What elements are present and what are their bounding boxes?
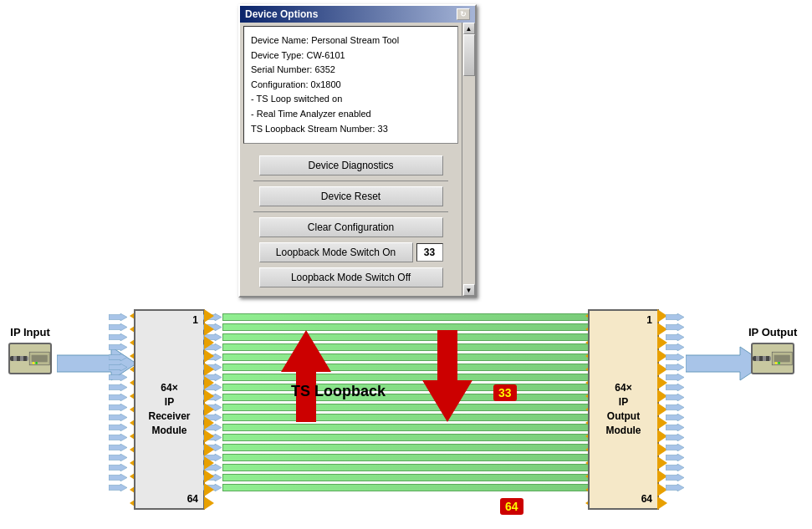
stream-line-15 — [222, 454, 589, 461]
svg-marker-80 — [109, 454, 127, 461]
svg-rect-62 — [775, 362, 777, 364]
receiver-bottom-number: 64 — [187, 493, 198, 505]
svg-marker-78 — [109, 434, 127, 441]
scroll-down-button[interactable]: ▼ — [463, 284, 475, 296]
svg-marker-51 — [666, 414, 684, 421]
svg-marker-82 — [109, 474, 127, 481]
output-top-number: 1 — [646, 314, 652, 326]
svg-marker-49 — [666, 394, 684, 401]
device-reset-button[interactable]: Device Reset — [259, 186, 443, 206]
clear-configuration-button[interactable]: Clear Configuration — [259, 217, 443, 237]
titlebar-buttons: ↻ — [457, 8, 470, 20]
svg-rect-1 — [31, 355, 47, 362]
scroll-up-button[interactable]: ▲ — [463, 23, 475, 34]
stream-line-17 — [222, 474, 589, 481]
dialog-body: Device Diagnostics Device Reset Clear Co… — [240, 147, 462, 296]
svg-marker-50 — [666, 404, 684, 411]
receiver-module-label: 64× IP Receiver Module — [148, 381, 190, 437]
receiver-top-number: 1 — [192, 314, 198, 326]
svg-marker-54 — [666, 444, 684, 451]
separator-2 — [253, 211, 448, 212]
svg-marker-71 — [109, 364, 127, 371]
svg-marker-75 — [109, 404, 127, 411]
badge-64: 64 — [500, 498, 523, 515]
svg-rect-61 — [774, 355, 789, 362]
svg-marker-81 — [109, 464, 127, 471]
loopback-up-arrow — [281, 330, 331, 425]
loopback-number-display: 33 — [416, 243, 443, 262]
scrollbar[interactable]: ▲ ▼ — [462, 23, 475, 296]
ip-input-icon — [8, 343, 52, 374]
sawtooth-receiver-right — [204, 309, 214, 510]
refresh-button[interactable]: ↻ — [457, 8, 470, 20]
svg-marker-43 — [666, 333, 684, 341]
device-options-dialog: Device Options ↻ Device Name: Personal S… — [238, 4, 477, 298]
svg-marker-74 — [109, 394, 127, 401]
stream-line-18 — [222, 484, 589, 491]
device-name-line: Device Name: Personal Stream Tool — [251, 33, 441, 48]
output-module: 1 64× IP Output Module 64 — [588, 309, 659, 510]
svg-marker-66 — [109, 313, 127, 321]
device-info-box: Device Name: Personal Stream Tool Device… — [243, 26, 458, 144]
ip-output-section: IP Output — [748, 326, 797, 374]
loopback-off-button[interactable]: Loopback Mode Switch Off — [259, 267, 443, 287]
svg-marker-76 — [109, 414, 127, 421]
stream-line-11 — [222, 414, 589, 421]
dialog-titlebar: Device Options ↻ — [240, 6, 475, 23]
output-right-ports — [666, 313, 684, 491]
svg-marker-68 — [109, 333, 127, 341]
stream-lines-container — [222, 313, 589, 491]
svg-rect-63 — [778, 362, 779, 364]
dialog-title: Device Options — [245, 8, 318, 20]
rta-line: - Real Time Analyzer enabled — [251, 107, 441, 122]
svg-marker-42 — [666, 323, 684, 331]
separator-1 — [253, 181, 448, 181]
svg-marker-77 — [109, 424, 127, 431]
output-module-label: 64× IP Output Module — [606, 381, 641, 437]
svg-marker-67 — [109, 323, 127, 331]
svg-rect-3 — [35, 362, 37, 364]
stream-line-4 — [222, 343, 589, 351]
svg-marker-45 — [666, 354, 684, 361]
svg-marker-41 — [666, 313, 684, 321]
svg-marker-53 — [666, 434, 684, 441]
loopback-on-button[interactable]: Loopback Mode Switch On — [259, 242, 413, 262]
serial-number-line: Serial Number: 6352 — [251, 63, 441, 78]
ts-loop-line: - TS Loop switched on — [251, 92, 441, 107]
svg-marker-55 — [666, 454, 684, 461]
svg-marker-69 — [109, 343, 127, 351]
scroll-thumb[interactable] — [463, 34, 475, 76]
stream-line-9 — [222, 394, 589, 401]
stream-line-13 — [222, 434, 589, 441]
svg-rect-2 — [32, 362, 33, 364]
stream-line-5 — [222, 354, 589, 361]
svg-marker-56 — [666, 464, 684, 471]
device-diagnostics-button[interactable]: Device Diagnostics — [259, 155, 443, 175]
svg-marker-58 — [666, 484, 684, 491]
ip-input-label: IP Input — [10, 326, 49, 338]
ip-input-section: IP Input — [8, 326, 52, 374]
configuration-line: Configuration: 0x1800 — [251, 78, 441, 93]
svg-marker-79 — [109, 444, 127, 451]
svg-marker-57 — [666, 474, 684, 481]
svg-marker-70 — [109, 354, 127, 361]
svg-marker-48 — [666, 384, 684, 391]
svg-marker-47 — [666, 374, 684, 381]
svg-marker-46 — [666, 364, 684, 371]
scroll-track[interactable] — [463, 34, 475, 284]
loopback-stream-line: TS Loopback Stream Number: 33 — [251, 122, 441, 137]
svg-marker-64 — [281, 330, 331, 422]
input-arrow — [57, 345, 140, 385]
stream-line-12 — [222, 424, 589, 431]
output-bottom-number: 64 — [641, 493, 652, 505]
loopback-down-arrow — [422, 330, 472, 425]
stream-line-3 — [222, 333, 589, 341]
device-type-line: Device Type: CW-6101 — [251, 48, 441, 64]
svg-marker-72 — [109, 374, 127, 381]
svg-marker-83 — [109, 484, 127, 491]
ts-loopback-label: TS Loopback — [291, 383, 386, 400]
badge-33: 33 — [493, 384, 517, 401]
receiver-module: 1 64× IP Receiver Module 64 — [134, 309, 205, 510]
receiver-left-ports — [109, 313, 127, 491]
svg-marker-52 — [666, 424, 684, 431]
